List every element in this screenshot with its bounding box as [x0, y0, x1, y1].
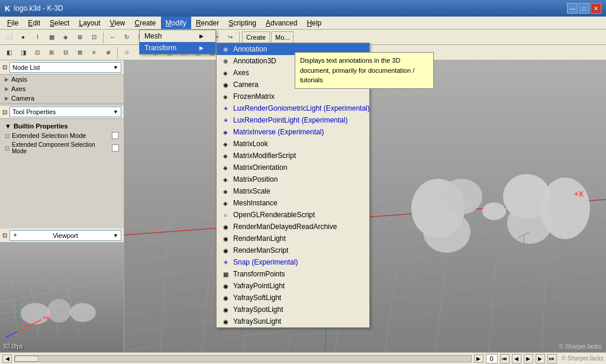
sub-item-rendermanscript[interactable]: ◉ RenderManScript	[217, 244, 369, 256]
sub-item-rendermandelayed[interactable]: ◉ RenderManDelayedReadArchive	[217, 221, 369, 233]
frame-play-btn[interactable]: ▶	[524, 354, 533, 363]
opengl-icon: ○	[221, 211, 230, 219]
tb2-b1[interactable]: ◧	[2, 46, 15, 59]
svg-point-11	[70, 303, 96, 322]
camera-label: Camera	[233, 80, 259, 89]
close-button[interactable]: ✕	[591, 3, 601, 14]
sub-item-rendermanlight[interactable]: ◉ RenderManLight	[217, 233, 369, 244]
scroll-right-btn[interactable]: ▶	[474, 355, 483, 363]
sub-item-opengl[interactable]: ○ OpenGLRenderableScript	[217, 209, 369, 221]
menu-mesh-item[interactable]: Mesh ▶	[140, 30, 215, 42]
sub-item-snap[interactable]: ☀ Snap (Experimental)	[217, 256, 369, 268]
tb-rotate-btn[interactable]: ↻	[120, 31, 133, 44]
tool-properties-dropdown[interactable]: Tool Properties ▼	[9, 107, 121, 117]
sub-item-camera[interactable]: ◉ Camera	[217, 79, 369, 91]
node-list-dropdown[interactable]: Node List ▼	[9, 62, 121, 73]
menu-scripting[interactable]: Scripting	[224, 17, 261, 29]
menu-transform-item[interactable]: Transform ▶	[140, 42, 215, 54]
sub-item-matrixlook[interactable]: ◈ MatrixLook	[217, 138, 369, 150]
sub-item-transformpoints[interactable]: ▦ TransformPoints	[217, 268, 369, 280]
tb-select-btn[interactable]: ⬜	[2, 31, 15, 44]
scroll-left-btn[interactable]: ◀	[2, 355, 12, 363]
tb2-b4[interactable]: ⊞	[45, 46, 58, 59]
sub-item-matrixinverse[interactable]: ◈ MatrixInverse (Experimental)	[217, 126, 369, 138]
tb-obj-btn[interactable]: ◈	[59, 31, 72, 44]
create-button[interactable]: Create	[242, 31, 270, 43]
tb2-b2[interactable]: ◨	[17, 46, 30, 59]
tree-label-axes: Axes	[11, 85, 25, 92]
tb2-b9[interactable]: ⊹	[120, 46, 133, 59]
menu-select[interactable]: Select	[45, 17, 74, 29]
sub-item-meshinstance[interactable]: ◈ MeshInstance	[217, 197, 369, 209]
sub-item-matrixmodifier[interactable]: ◈ MatrixModifierScript	[217, 150, 369, 162]
frame-back-btn[interactable]: ◀	[512, 354, 521, 363]
menu-modify[interactable]: Modify	[161, 17, 191, 29]
tb2-b7[interactable]: ≡	[88, 46, 101, 59]
menu-create[interactable]: Create	[130, 17, 161, 29]
tb-face-btn[interactable]: ▦	[45, 31, 58, 44]
sub-item-annotation3d[interactable]: ⊕ Annotation3D	[217, 55, 369, 67]
extended-selection-checkbox[interactable]	[112, 132, 119, 139]
frame-end-btn[interactable]: ⏭	[547, 354, 557, 363]
titlebar: K logo.k3d - K-3D — □ ✕	[0, 0, 606, 17]
meshinstance-label: MeshInstance	[233, 199, 278, 207]
menu-layout[interactable]: Layout	[74, 17, 105, 29]
tb2-b6[interactable]: ⊠	[73, 46, 86, 59]
rendermanlight-icon: ◉	[221, 234, 230, 243]
minimize-button[interactable]: —	[567, 3, 578, 14]
tb-edge-btn[interactable]: ⌇	[31, 31, 44, 44]
frame-prev-btn[interactable]: ⏮	[500, 354, 510, 363]
tb-move-btn[interactable]: ↔	[106, 31, 119, 44]
tree-item-aqsis[interactable]: ▶ Aqsis	[0, 75, 124, 84]
sub-item-axes[interactable]: ◈ Axes	[217, 67, 369, 79]
sub-item-matrixposition[interactable]: ◈ MatrixPosition	[217, 173, 369, 185]
viewport-dropdown-arrow-icon: ▼	[113, 233, 118, 239]
sub-item-yafrayspotlight[interactable]: ◉ YafraySpotLight	[217, 304, 369, 315]
menu-edit[interactable]: Edit	[23, 17, 45, 29]
tree-item-axes[interactable]: ▶ Axes	[0, 84, 124, 94]
annotation3d-label: Annotation3D	[233, 57, 276, 65]
extended-component-checkbox[interactable]	[112, 144, 119, 152]
menu-help[interactable]: Help	[302, 17, 326, 29]
sub-item-yafraysunlight[interactable]: ◉ YafraySunLight	[217, 315, 369, 327]
tb2-b8[interactable]: ≢	[102, 46, 115, 59]
titlebar-left: K logo.k3d - K-3D	[5, 4, 63, 13]
tb-scene-btn[interactable]: ⊞	[73, 31, 86, 44]
tb-node-btn[interactable]: ⊡	[88, 31, 101, 44]
menu-view[interactable]: View	[105, 17, 130, 29]
viewport-name: Viewport	[53, 232, 78, 239]
tool-panel-icon: ⊡	[2, 109, 7, 115]
yafrayspotlight-icon: ◉	[221, 305, 230, 314]
dropdown-arrow-icon: ▼	[113, 65, 118, 70]
tree-item-camera[interactable]: ▶ Camera	[0, 94, 124, 103]
sub-item-yafraypointlight[interactable]: ◉ YafrayPointLight	[217, 280, 369, 292]
tree-label-aqsis: Aqsis	[11, 76, 27, 83]
menu-advanced[interactable]: Advanced	[261, 17, 302, 29]
transformpoints-label: TransformPoints	[233, 270, 285, 278]
yafraypointlight-label: YafrayPointLight	[233, 282, 285, 290]
tb-point-btn[interactable]: ●	[17, 31, 30, 44]
camera-icon: ◉	[221, 80, 230, 89]
mini-viewport-grid: +X +Y	[0, 243, 124, 352]
sub-item-matrixscale[interactable]: ◈ MatrixScale	[217, 185, 369, 197]
sub-item-matrixorientation[interactable]: ◈ MatrixOrientation	[217, 162, 369, 173]
tb2-b5[interactable]: ⊟	[59, 46, 72, 59]
matrixscale-label: MatrixScale	[233, 187, 270, 195]
horizontal-scrollbar[interactable]	[14, 355, 472, 362]
sub-item-yafraysoftlight[interactable]: ◉ YafraySoftLight	[217, 292, 369, 304]
modify-button[interactable]: Mo...	[271, 31, 294, 43]
maximize-button[interactable]: □	[579, 3, 589, 14]
rendermanscript-icon: ◉	[221, 246, 230, 255]
menu-render[interactable]: Render	[191, 17, 224, 29]
frame-fwd-btn[interactable]: ▶	[536, 354, 545, 363]
sub-item-luxgonio[interactable]: ☀ LuxRenderGoniometricLight (Experimenta…	[217, 102, 369, 114]
sub-item-luxpoint[interactable]: ☀ LuxRenderPointLight (Experimental)	[217, 114, 369, 126]
luxpoint-icon: ☀	[221, 116, 230, 124]
tb-redo-btn[interactable]: ↪	[224, 31, 237, 44]
tb2-b3[interactable]: ⊡	[31, 46, 44, 59]
titlebar-controls: — □ ✕	[567, 3, 601, 14]
menu-file[interactable]: File	[2, 17, 23, 29]
viewport-mini-dropdown[interactable]: ⚬ Viewport ▼	[9, 230, 121, 241]
sub-item-annotation[interactable]: ⊕ Annotation	[217, 43, 369, 55]
sub-item-frozenmatrix[interactable]: ◈ FrozenMatrix	[217, 91, 369, 102]
